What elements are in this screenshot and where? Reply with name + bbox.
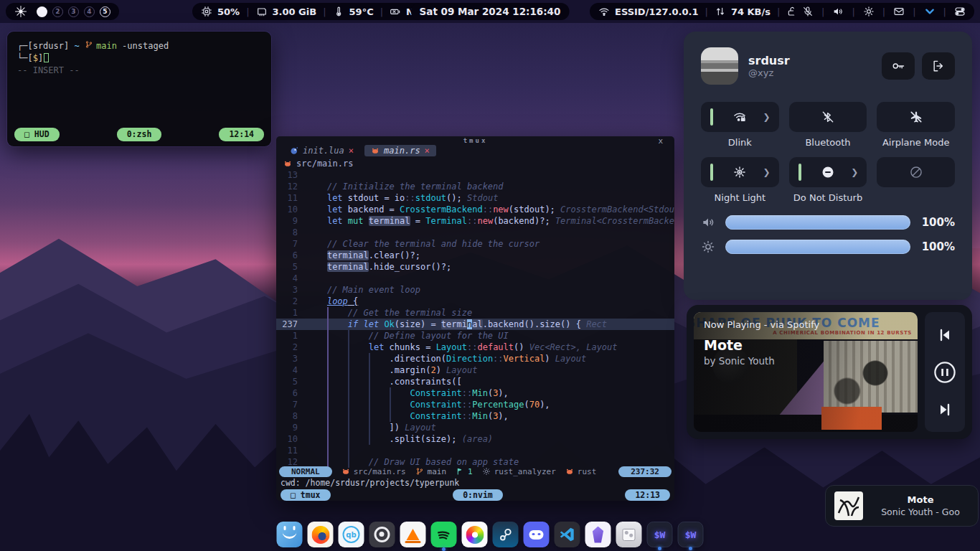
separator: | (321, 6, 327, 17)
separator: | (881, 6, 887, 17)
sliders-section: 100%100% (684, 204, 972, 254)
toggle-airplane-mode[interactable] (877, 102, 955, 132)
lua-icon (290, 146, 298, 155)
tmux-window-badge[interactable]: 0:zsh (117, 128, 162, 141)
terminal-window[interactable]: ┌─[srdusr] ~ main -unstaged└─[$]-- INSER… (7, 32, 271, 146)
dock-obs[interactable] (369, 522, 395, 547)
dock-spotify[interactable] (431, 522, 457, 547)
code-line: 6 Constraint::Min(3), (276, 387, 674, 399)
next-button[interactable] (936, 401, 953, 418)
toggle-blocked[interactable] (877, 157, 955, 187)
dock-trash[interactable] (616, 522, 642, 547)
toggles-icon[interactable] (954, 6, 966, 17)
workspace-5[interactable]: 5 (100, 6, 110, 17)
tab-close-icon[interactable]: × (349, 146, 354, 156)
chevron-down-icon[interactable] (924, 6, 936, 17)
dock-terminal-sw-1[interactable]: $W (647, 522, 673, 547)
cursor-position-badge: 237:32 (618, 466, 672, 477)
tmux-session-badge[interactable]: □ HUD (14, 128, 60, 141)
running-indicator (658, 547, 661, 550)
toggle-night-light[interactable]: ❯ (701, 157, 779, 187)
workspace-2[interactable]: 2 (52, 6, 63, 17)
editor-window[interactable]: tmux x init.lua×main.rs× src/main.rs 131… (276, 136, 674, 501)
mail-icon[interactable] (893, 6, 905, 17)
thermo-icon (333, 6, 344, 17)
workspace-3[interactable]: 3 (68, 6, 79, 17)
quick-toggles: ❯DlinkBluetoothAirplane Mode❯Night Light… (684, 92, 972, 204)
brightness-slider[interactable] (725, 240, 910, 254)
toggle-do-not-disturb[interactable]: ❯ (789, 157, 867, 187)
line-number: 7 (276, 238, 298, 250)
dock-discord[interactable] (524, 522, 550, 547)
tab-close-icon[interactable]: × (425, 146, 430, 156)
tmux-clock-badge: 12:13 (625, 489, 670, 501)
wifi-icon (598, 6, 610, 17)
dock-file-manager[interactable] (277, 522, 303, 547)
prev-button[interactable] (936, 326, 953, 344)
workspace-1[interactable] (37, 6, 47, 17)
line-number: 4 (276, 273, 298, 284)
dock-vscode[interactable] (555, 522, 580, 547)
ram-icon (256, 6, 268, 17)
active-indicator (710, 164, 713, 181)
mic-off-icon[interactable] (802, 6, 814, 17)
window-title: tmux (276, 137, 674, 144)
chevron-right-icon[interactable]: ❯ (851, 167, 858, 177)
dock-photos[interactable] (462, 522, 488, 547)
toggle-label: Bluetooth (789, 137, 867, 149)
toggle-dlink[interactable]: ❯ (701, 102, 779, 132)
dock-terminal-sw-2[interactable]: $W (678, 522, 704, 547)
chevron-right-icon[interactable]: ❯ (763, 112, 771, 122)
wifi-lock-icon (732, 110, 747, 124)
brightness-icon (701, 240, 715, 254)
rust-icon (565, 467, 574, 476)
tab-main.rs[interactable]: main.rs× (364, 145, 436, 156)
tab-init.lua[interactable]: init.lua× (283, 145, 360, 156)
cpu-icon (201, 6, 212, 17)
toggle-bluetooth[interactable] (789, 102, 867, 132)
chevron-right-icon[interactable]: ❯ (763, 167, 771, 177)
key-button[interactable] (882, 52, 915, 80)
tab-label: init.lua (303, 146, 344, 156)
volume-slider[interactable] (725, 215, 910, 230)
track-artist: by Sonic Youth (704, 355, 819, 367)
tmux-session-badge[interactable]: □ tmux (281, 489, 331, 501)
dock-steam[interactable] (493, 522, 519, 547)
pause-button[interactable] (933, 360, 957, 385)
close-icon[interactable]: x (658, 136, 663, 146)
battery-x-icon (390, 6, 401, 17)
indent-guide (369, 353, 370, 445)
code-line: 3 // Main event loop (276, 284, 674, 296)
dock-obsidian[interactable] (585, 522, 611, 547)
code-area[interactable]: 1312 // Initialize the terminal backend1… (276, 169, 674, 468)
toggle-label (877, 192, 955, 204)
dock-qbittorrent[interactable]: qb (339, 522, 364, 547)
rust-icon (283, 159, 292, 168)
wifi-value: ESSID/127.0.0.1 (615, 6, 699, 17)
line-number: 2 (276, 342, 298, 353)
gear-icon (482, 467, 491, 476)
line-number: 6 (276, 250, 298, 261)
workspace-4[interactable]: 4 (84, 6, 95, 17)
dock-vlc[interactable] (400, 522, 426, 547)
key-icon (891, 59, 905, 73)
updown-value: 74 KB/s (731, 6, 771, 17)
dock-firefox[interactable] (308, 522, 334, 547)
gear-icon[interactable] (863, 6, 875, 17)
code-line: 5 .constraints([ (276, 376, 674, 387)
notification[interactable]: Mote Sonic Youth - Goo (825, 485, 979, 527)
volume-icon[interactable] (832, 6, 844, 17)
code-line: 12 // Initialize the terminal backend (276, 181, 674, 192)
code-line: 10 .split(size); (area) (276, 433, 674, 445)
code-line: 2 let chunks = Layout::default() Vec<Rec… (276, 342, 674, 353)
logout-button[interactable] (922, 52, 955, 80)
launcher-icon[interactable] (14, 5, 27, 18)
separator: | (776, 6, 781, 17)
volume-icon (701, 215, 715, 230)
code-line: 11 (276, 445, 674, 456)
line-number: 5 (276, 261, 298, 273)
ban-icon (909, 165, 923, 179)
clock[interactable]: Sat 09 Mar 2024 12:16:40 (411, 3, 570, 20)
tmux-window-badge[interactable]: 0:nvim (453, 489, 503, 501)
now-playing-source: Now Playing - via Spotify (704, 319, 819, 330)
